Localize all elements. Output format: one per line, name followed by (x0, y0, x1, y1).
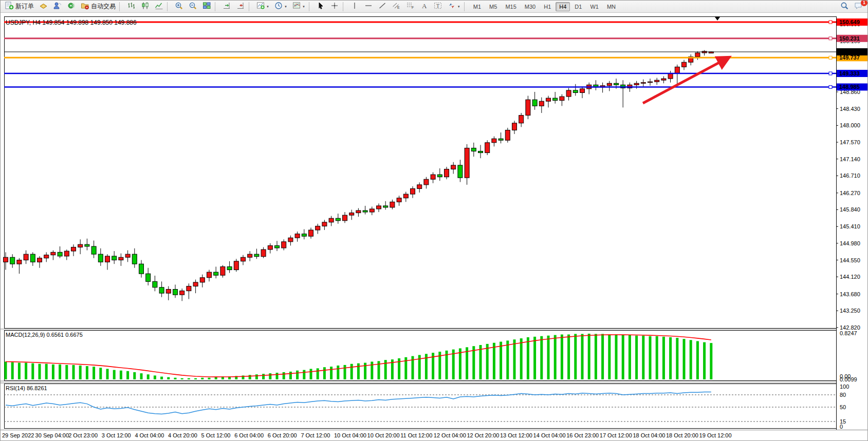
horizontal-line-icon (364, 2, 373, 12)
candle (288, 238, 293, 242)
market-watch-button[interactable] (51, 1, 64, 12)
candle (573, 90, 578, 93)
candle (44, 255, 49, 258)
level-line-handle[interactable] (829, 21, 832, 24)
toolbar-separator (119, 2, 123, 11)
chevron-down-icon: ▼ (266, 5, 269, 8)
chart-canvas[interactable]: 150.590150.160148.860148.430148.000147.5… (1, 13, 868, 441)
new-order-icon (5, 2, 14, 12)
candle (641, 83, 645, 84)
time-axis-label: 18 Oct 04:00 (633, 432, 665, 438)
bar-chart-button[interactable] (125, 1, 138, 12)
indicators-icon (256, 2, 265, 12)
svg-text:150.649: 150.649 (839, 19, 860, 25)
tab-timeframe-mn[interactable]: MN (603, 2, 619, 11)
tab-timeframe-m1[interactable]: M1 (470, 2, 485, 11)
time-axis-label: 11 Oct 12:00 (400, 432, 432, 438)
price-axis-tick: 143.680 (840, 291, 860, 297)
candle (146, 274, 151, 281)
toolbar-right-group: 1 (838, 1, 865, 13)
signals-button[interactable] (65, 1, 78, 12)
time-axis-label: 29 Sep 2022 (2, 432, 34, 438)
trendline-icon (378, 2, 387, 12)
templates-icon (292, 2, 301, 12)
candle (349, 213, 354, 216)
candle (370, 209, 374, 212)
level-line-handle[interactable] (829, 72, 832, 75)
zoom-out-icon (189, 2, 197, 12)
auto-scroll-button[interactable] (220, 1, 233, 12)
cursor-icon (317, 2, 325, 12)
periods-button[interactable]: ▼ (272, 1, 289, 12)
search-button[interactable] (838, 1, 851, 12)
new-order-button[interactable]: 新订单 (3, 1, 36, 12)
equidistant-channel-button[interactable]: E (390, 1, 403, 12)
macd-min-label: 0.0099 (840, 376, 857, 382)
chart-profiles-icon (39, 2, 48, 12)
candle (424, 179, 429, 185)
trendline-button[interactable] (376, 1, 389, 12)
level-line-handle[interactable] (829, 85, 832, 88)
vertical-line-button[interactable] (348, 1, 361, 12)
tab-timeframe-m5[interactable]: M5 (486, 2, 501, 11)
tab-timeframe-d1[interactable]: D1 (571, 2, 585, 11)
price-axis-tick: 144.120 (840, 274, 860, 280)
rsi-axis-label: 0 (840, 424, 843, 430)
arrows-button[interactable]: ▼ (446, 1, 463, 12)
notifications-button[interactable]: 1 (852, 1, 865, 12)
tab-timeframe-w1[interactable]: W1 (586, 2, 602, 11)
candle (227, 266, 232, 270)
candle (607, 83, 612, 86)
text-label-button[interactable]: T (432, 1, 445, 12)
rsi-axis-label: 100 (840, 384, 849, 390)
tile-windows-button[interactable] (200, 1, 213, 12)
candle (91, 246, 96, 254)
candlestick-chart-button[interactable] (139, 1, 152, 12)
chart-symbol-title: USDJPY, H4 149.854 149.898 149.850 149.8… (6, 19, 137, 26)
candle (526, 100, 530, 115)
candle (159, 287, 164, 293)
fibonacci-button[interactable]: F (404, 1, 417, 12)
vertical-line-icon (350, 2, 359, 12)
level-line-handle[interactable] (829, 37, 832, 40)
auto-trading-button-label: 自动交易 (91, 2, 116, 11)
crosshair-button[interactable] (328, 1, 341, 12)
candle (465, 148, 469, 178)
svg-text:F: F (412, 6, 414, 9)
cursor-button[interactable] (315, 1, 327, 12)
candle (207, 272, 212, 278)
auto-trading-button[interactable]: 自动交易 (79, 1, 118, 12)
candle (295, 234, 300, 238)
chart-profiles-button[interactable] (37, 1, 50, 12)
candle (356, 210, 361, 213)
main-toolbar: 新订单自动交易▼▼▼EFAT▼M1M5M15M30H1H4D1W1MN 1 (1, 1, 868, 13)
text-button[interactable]: A (418, 1, 431, 12)
time-axis-label: 12 Oct 20:00 (467, 432, 499, 438)
templates-button[interactable]: ▼ (290, 1, 307, 12)
candle (498, 139, 503, 140)
tab-timeframe-h1[interactable]: H1 (540, 2, 555, 11)
level-line-handle[interactable] (829, 56, 832, 59)
candle (519, 116, 524, 123)
candle (634, 83, 639, 85)
price-axis-tick: 146.710 (840, 172, 860, 179)
candle (241, 257, 246, 261)
line-chart-button[interactable] (153, 1, 165, 12)
tab-timeframe-m15[interactable]: M15 (502, 2, 520, 11)
candle (78, 244, 83, 247)
time-axis-label: 13 Oct 12:00 (500, 432, 532, 438)
svg-text:150.231: 150.231 (839, 35, 860, 42)
candle (614, 83, 619, 85)
chart-shift-button[interactable] (234, 1, 247, 12)
candle (661, 79, 666, 80)
tab-timeframe-m30[interactable]: M30 (521, 2, 539, 11)
time-axis-label: 6 Oct 04:00 (234, 432, 264, 438)
tab-timeframe-h4[interactable]: H4 (556, 2, 570, 11)
horizontal-line-button[interactable] (362, 1, 375, 12)
svg-text:149.333: 149.333 (839, 70, 860, 76)
indicators-button[interactable]: ▼ (254, 1, 271, 12)
price-axis-tick: 145.840 (840, 206, 860, 213)
zoom-in-button[interactable] (173, 1, 186, 12)
zoom-out-button[interactable] (187, 1, 199, 12)
time-axis-label: 18 Oct 20:00 (666, 432, 698, 438)
